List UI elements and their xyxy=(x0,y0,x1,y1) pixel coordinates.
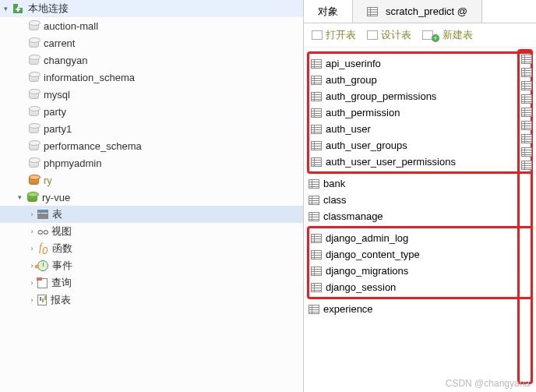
chevron-right-icon[interactable]: › xyxy=(26,228,37,235)
table-icon xyxy=(37,210,48,219)
table-icon xyxy=(309,212,319,221)
table-row[interactable]: auth_user_groups xyxy=(309,137,531,154)
open-icon xyxy=(312,30,323,40)
database-icon xyxy=(25,192,39,203)
table-row[interactable]: experience xyxy=(307,301,533,317)
table-row[interactable]: django_admin_log xyxy=(309,230,531,246)
tab-objects[interactable]: 对象 xyxy=(304,0,353,23)
connection-node[interactable]: ▾ 本地连接 xyxy=(0,0,303,17)
table-icon xyxy=(309,196,319,205)
main-content: 对象 scratch_predict @ 打开表 设计表 +新建表 api_us… xyxy=(304,0,536,392)
table-icon xyxy=(521,68,532,77)
table-icon xyxy=(311,157,322,167)
table-icon xyxy=(311,59,322,69)
chevron-right-icon[interactable]: › xyxy=(26,245,37,253)
toolbar: 打开表 设计表 +新建表 xyxy=(304,23,536,48)
functions-node[interactable]: ›f0函数 xyxy=(0,240,303,257)
views-icon: ᴑᴑ xyxy=(37,227,48,237)
db-item[interactable]: auction-mall xyxy=(0,17,303,34)
db-item[interactable]: information_schema xyxy=(0,69,303,86)
table-icon xyxy=(521,55,532,64)
database-icon xyxy=(26,140,41,151)
table-row[interactable]: auth_user_user_permissions xyxy=(309,154,531,170)
connection-icon xyxy=(11,2,25,15)
table-icon xyxy=(311,234,322,243)
tables-node[interactable]: ›表 xyxy=(0,206,303,223)
chevron-right-icon[interactable]: › xyxy=(26,296,37,304)
table-icon xyxy=(521,108,532,117)
table-icon xyxy=(311,125,322,134)
table-icon xyxy=(521,134,532,143)
database-icon xyxy=(26,55,41,65)
db-item[interactable]: carrent xyxy=(0,34,303,51)
design-icon xyxy=(367,30,378,40)
table-icon xyxy=(309,179,319,189)
table-row[interactable]: auth_permission xyxy=(309,104,531,121)
views-node[interactable]: ›ᴑᴑ视图 xyxy=(0,223,303,240)
database-icon xyxy=(26,72,41,83)
report-icon xyxy=(37,295,47,305)
highlight-box-2: django_admin_log django_content_type dja… xyxy=(307,226,533,299)
table-list: api_userinfo auth_group auth_group_permi… xyxy=(304,48,536,392)
db-item[interactable]: mysql xyxy=(0,86,303,103)
plus-icon: + xyxy=(432,34,439,42)
database-icon xyxy=(26,89,41,100)
tab-bar: 对象 scratch_predict @ xyxy=(304,0,536,23)
highlight-box-1: api_userinfo auth_group auth_group_permi… xyxy=(307,51,533,174)
queries-node[interactable]: ›查询 xyxy=(0,274,303,291)
chevron-down-icon[interactable]: ▾ xyxy=(14,193,25,201)
db-item[interactable]: party1 xyxy=(0,120,303,137)
db-item[interactable]: party xyxy=(0,103,303,120)
table-row[interactable]: django_migrations xyxy=(309,263,531,279)
connection-label: 本地连接 xyxy=(28,2,69,16)
database-icon xyxy=(26,157,41,168)
chevron-right-icon[interactable]: › xyxy=(26,279,37,287)
table-icon xyxy=(311,141,322,150)
clock-icon xyxy=(37,260,48,271)
db-item[interactable]: ry xyxy=(0,171,303,189)
db-item[interactable]: changyan xyxy=(0,51,303,69)
table-icon xyxy=(521,94,532,104)
table-row[interactable]: class xyxy=(307,192,533,208)
table-icon xyxy=(311,92,322,101)
chevron-down-icon[interactable]: ▾ xyxy=(0,5,11,12)
db-item[interactable]: phpmyadmin xyxy=(0,154,303,171)
db-item[interactable]: performance_schema xyxy=(0,137,303,154)
table-row[interactable]: bank xyxy=(307,175,533,192)
table-icon xyxy=(521,161,532,170)
function-icon: f0 xyxy=(39,242,48,256)
db-item-active[interactable]: ▾ry-vue xyxy=(0,189,303,206)
database-icon xyxy=(26,175,41,185)
table-icon xyxy=(521,147,532,157)
table-icon xyxy=(309,305,319,314)
events-node[interactable]: ›事件 xyxy=(0,257,303,274)
table-row[interactable]: classmanage xyxy=(307,208,533,224)
sidebar-tree: ▾ 本地连接 auction-mall carrent changyan inf… xyxy=(0,0,304,392)
reports-node[interactable]: ›报表 xyxy=(0,291,303,309)
highlight-box-right xyxy=(517,49,533,384)
table-row[interactable]: api_userinfo xyxy=(309,55,531,72)
chevron-right-icon[interactable]: › xyxy=(26,210,37,218)
table-icon xyxy=(311,267,322,276)
database-icon xyxy=(26,106,41,117)
table-row[interactable]: django_content_type xyxy=(309,246,531,263)
tab-scratch[interactable]: scratch_predict @ xyxy=(353,0,482,23)
design-table-button[interactable]: 设计表 xyxy=(367,28,411,42)
database-icon xyxy=(26,123,41,134)
table-row[interactable]: auth_group_permissions xyxy=(309,88,531,104)
table-icon xyxy=(367,7,378,16)
table-icon xyxy=(311,76,322,85)
query-icon xyxy=(37,278,48,288)
database-icon xyxy=(26,37,41,48)
table-row[interactable]: auth_user xyxy=(309,121,531,137)
table-icon xyxy=(311,250,322,260)
open-table-button[interactable]: 打开表 xyxy=(312,28,356,42)
table-row[interactable]: auth_group xyxy=(309,72,531,88)
table-row[interactable]: django_session xyxy=(309,279,531,295)
table-icon xyxy=(521,121,532,130)
table-icon xyxy=(311,283,322,292)
table-icon xyxy=(521,81,532,90)
database-icon xyxy=(26,20,41,31)
table-icon xyxy=(311,108,322,118)
new-table-button[interactable]: +新建表 xyxy=(422,28,473,42)
